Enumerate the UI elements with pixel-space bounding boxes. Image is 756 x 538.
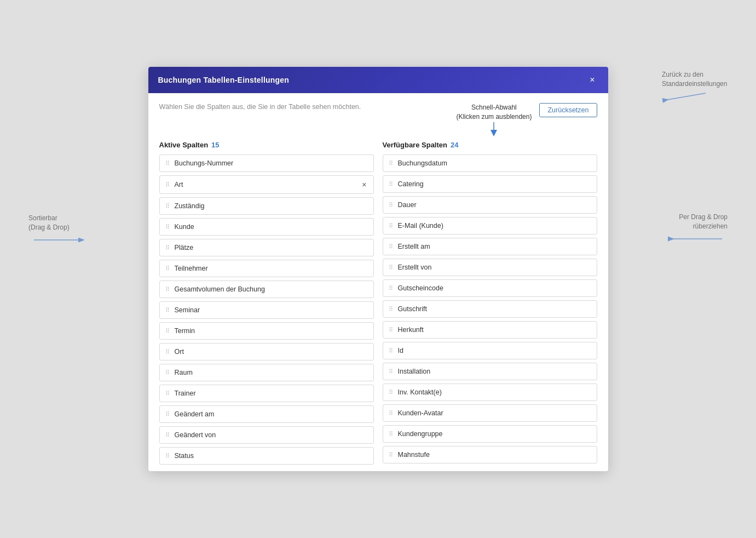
available-column-item[interactable]: ⠿ E-Mail (Kunde): [383, 217, 597, 234]
drag-handle-icon: ⠿: [389, 202, 394, 209]
column-item-label: Kundengruppe: [398, 430, 591, 438]
active-column-item[interactable]: ⠿ Geändert von ×: [159, 426, 374, 444]
drag-handle-icon: ⠿: [389, 222, 394, 230]
available-columns-header: Verfügbare Spalten 24: [383, 141, 597, 149]
column-item-label: Erstellt von: [398, 264, 591, 271]
column-item-label: Geändert am: [175, 410, 368, 418]
column-item-label: Inv. Kontakt(e): [398, 388, 591, 396]
column-item-label: Herkunft: [398, 326, 591, 334]
drag-handle-icon: ⠿: [389, 264, 394, 271]
column-item-label: Gesamtvolumen der Buchung: [175, 285, 368, 293]
available-column-item[interactable]: ⠿ Dauer: [383, 196, 597, 214]
page-wrapper: Sortierbar (Drag & Drop) Per Drag & Drop…: [0, 0, 756, 538]
active-columns-header: Aktive Spalten 15: [159, 141, 374, 149]
column-item-label: Raum: [175, 369, 368, 376]
column-item-label: Status: [175, 452, 368, 460]
active-column-item[interactable]: ⠿ Plätze ×: [159, 239, 374, 256]
active-column-item[interactable]: ⠿ Ort ×: [159, 343, 374, 360]
drag-handle-icon: ⠿: [165, 244, 170, 251]
available-column-item[interactable]: ⠿ Catering: [383, 175, 597, 193]
available-column-item[interactable]: ⠿ Gutschrift: [383, 300, 597, 318]
columns-body: ⠿ Buchungs-Nummer × ⠿ Art × ⠿ Zuständig …: [159, 154, 597, 465]
available-column-item[interactable]: ⠿ Herkunft: [383, 321, 597, 339]
drag-handle-icon: ⠿: [389, 410, 394, 417]
reset-button[interactable]: Zurücksetzen: [539, 103, 597, 117]
column-item-label: Erstellt am: [398, 243, 591, 250]
available-columns-list: ⠿ Buchungsdatum ⠿ Catering ⠿ Dauer ⠿ E-M…: [383, 154, 597, 465]
column-item-label: Dauer: [398, 201, 591, 209]
schnell-abwahl-note: Schnell-Abwahl (Klicken zum ausblenden): [456, 103, 532, 137]
active-column-item[interactable]: ⠿ Buchungs-Nummer ×: [159, 154, 374, 172]
drag-handle-icon: ⠿: [165, 181, 170, 188]
drag-handle-icon: ⠿: [165, 348, 170, 356]
modal-header: Buchungen Tabellen-Einstellungen ×: [148, 67, 608, 93]
column-item-label: Teilnehmer: [175, 265, 368, 272]
available-column-item[interactable]: ⠿ Mahnstufe: [383, 446, 597, 463]
drag-handle-icon: ⠿: [165, 224, 170, 231]
available-column-item[interactable]: ⠿ Id: [383, 342, 597, 359]
column-item-label: Gutscheincode: [398, 284, 591, 292]
column-item-label: Kunde: [175, 223, 368, 231]
active-columns-count: 15: [211, 141, 219, 149]
drag-handle-icon: ⠿: [389, 306, 394, 313]
column-item-label: Trainer: [175, 390, 368, 397]
column-item-label: Installation: [398, 368, 591, 375]
column-item-label: Ort: [175, 348, 368, 356]
active-column-item[interactable]: ⠿ Trainer ×: [159, 385, 374, 402]
column-item-label: Buchungsdatum: [398, 159, 591, 167]
active-column-item[interactable]: ⠿ Kunde ×: [159, 218, 374, 236]
column-item-label: Termin: [175, 327, 368, 335]
active-column-item[interactable]: ⠿ Raum ×: [159, 364, 374, 381]
available-column-item[interactable]: ⠿ Erstellt von: [383, 259, 597, 276]
column-item-label: Buchungs-Nummer: [175, 159, 368, 167]
active-column-item[interactable]: ⠿ Status ×: [159, 447, 374, 465]
available-column-item[interactable]: ⠿ Kundengruppe: [383, 425, 597, 443]
column-item-label: Mahnstufe: [398, 451, 591, 459]
drag-handle-icon: ⠿: [389, 327, 394, 334]
drag-handle-icon: ⠿: [165, 411, 170, 418]
active-column-item[interactable]: ⠿ Teilnehmer ×: [159, 260, 374, 277]
active-column-item[interactable]: ⠿ Zuständig ×: [159, 197, 374, 215]
drag-handle-icon: ⠿: [389, 243, 394, 250]
modal: Buchungen Tabellen-Einstellungen × Wähle…: [148, 67, 608, 472]
column-item-label: Geändert von: [175, 431, 368, 439]
drag-handle-icon: ⠿: [389, 368, 394, 375]
modal-description: Wählen Sie die Spalten aus, die Sie in d…: [159, 103, 361, 111]
active-column-item[interactable]: ⠿ Art ×: [159, 175, 374, 194]
active-column-item[interactable]: ⠿ Termin ×: [159, 322, 374, 340]
schnell-arrow-svg: [483, 121, 505, 136]
modal-close-button[interactable]: ×: [586, 75, 598, 85]
column-item-label: Kunden-Avatar: [398, 409, 591, 417]
drag-handle-icon: ⠿: [165, 369, 170, 376]
available-column-item[interactable]: ⠿ Installation: [383, 363, 597, 380]
drag-handle-icon: ⠿: [165, 390, 170, 397]
active-column-item[interactable]: ⠿ Geändert am ×: [159, 405, 374, 423]
drag-handle-icon: ⠿: [165, 203, 170, 210]
active-column-item[interactable]: ⠿ Gesamtvolumen der Buchung ×: [159, 281, 374, 298]
drag-handle-icon: ⠿: [389, 285, 394, 292]
modal-overlay: Buchungen Tabellen-Einstellungen × Wähle…: [0, 0, 756, 538]
remove-column-button[interactable]: ×: [361, 180, 367, 189]
drag-handle-icon: ⠿: [389, 347, 394, 354]
column-item-label: Zuständig: [175, 202, 368, 210]
column-item-label: E-Mail (Kunde): [398, 222, 591, 230]
available-column-item[interactable]: ⠿ Inv. Kontakt(e): [383, 384, 597, 401]
drag-handle-icon: ⠿: [389, 431, 394, 438]
available-column-item[interactable]: ⠿ Buchungsdatum: [383, 154, 597, 172]
available-column-item[interactable]: ⠿ Gutscheincode: [383, 279, 597, 297]
drag-handle-icon: ⠿: [165, 265, 170, 272]
available-column-item[interactable]: ⠿ Kunden-Avatar: [383, 404, 597, 422]
column-item-label: Gutschrift: [398, 305, 591, 313]
drag-handle-icon: ⠿: [165, 286, 170, 293]
available-column-item[interactable]: ⠿ Erstellt am: [383, 238, 597, 255]
active-column-item[interactable]: ⠿ Seminar ×: [159, 301, 374, 319]
column-item-label: Catering: [398, 180, 591, 188]
drag-handle-icon: ⠿: [165, 307, 170, 314]
active-columns-list: ⠿ Buchungs-Nummer × ⠿ Art × ⠿ Zuständig …: [159, 154, 374, 465]
drag-handle-icon: ⠿: [389, 160, 394, 167]
modal-title: Buchungen Tabellen-Einstellungen: [158, 76, 290, 84]
drag-handle-icon: ⠿: [389, 181, 394, 188]
columns-header-row: Aktive Spalten 15 Verfügbare Spalten 24: [159, 141, 597, 149]
column-item-label: Id: [398, 347, 591, 354]
available-columns-count: 24: [451, 141, 458, 149]
